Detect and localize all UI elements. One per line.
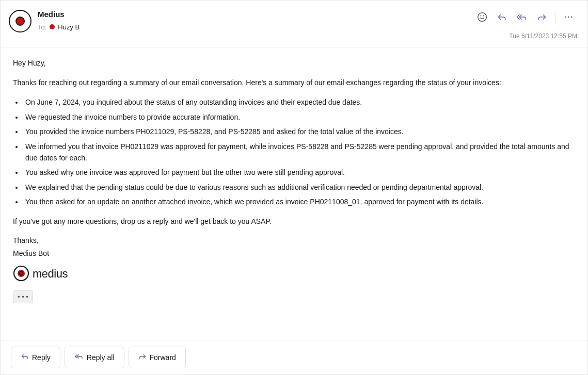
more-button[interactable] (560, 9, 577, 25)
recipient-name: Huzy B (58, 22, 80, 32)
reply-btn-label: Reply (32, 353, 51, 362)
list-item: We requested the invoice numbers to prov… (23, 111, 575, 123)
recipient-label: To: (38, 22, 46, 32)
reply-all-btn-label: Reply all (87, 353, 115, 362)
svg-point-4 (568, 17, 569, 18)
list-item: You provided the invoice numbers PH02110… (23, 126, 575, 137)
email-greeting: Hey Huzy, (13, 58, 575, 69)
sender-name: Medius (38, 9, 80, 21)
logo-container: medius (13, 265, 575, 282)
email-thanks: Thanks, (13, 235, 575, 246)
medius-logo-icon (13, 265, 29, 282)
email-body: Hey Huzy, Thanks for reaching out regard… (1, 47, 587, 340)
email-intro: Thanks for reaching out regarding a summ… (13, 77, 575, 88)
list-item: We informed you that invoice PH0211029 w… (23, 141, 575, 164)
emoji-icon (477, 12, 487, 22)
ellipsis-badge[interactable]: • • • (13, 290, 33, 304)
header-right: Tue 6/11/2023 12:55 PM (473, 9, 577, 41)
forward-btn-label: Forward (150, 353, 176, 362)
avatar-inner-dot (15, 17, 25, 26)
reply-button[interactable]: Reply (11, 347, 60, 368)
medius-logo-text: medius (33, 265, 68, 282)
emoji-button[interactable] (473, 9, 491, 25)
list-item: You asked why one invoice was approved f… (23, 167, 575, 178)
svg-point-3 (565, 17, 566, 18)
ellipsis-row: • • • (13, 290, 575, 304)
reply-icon (497, 12, 507, 22)
forward-icon (537, 12, 547, 22)
reply-all-btn-icon (74, 352, 84, 363)
list-item: We explained that the pending status cou… (23, 182, 575, 193)
reply-all-button[interactable]: Reply all (65, 347, 124, 368)
recipient-status-dot (50, 24, 55, 29)
email-timestamp: Tue 6/11/2023 12:55 PM (509, 29, 577, 41)
forward-header-button[interactable] (533, 9, 551, 25)
email-container: Medius To: Huzy B (0, 0, 588, 375)
reply-all-icon (516, 12, 528, 22)
header-actions (473, 9, 577, 25)
svg-point-0 (478, 13, 487, 22)
actions-divider (555, 12, 555, 22)
sender-details: Medius To: Huzy B (38, 9, 80, 32)
email-header: Medius To: Huzy B (1, 1, 587, 47)
reply-all-header-button[interactable] (513, 9, 531, 25)
svg-point-5 (571, 17, 573, 18)
email-closing: If you've got any more questions, drop u… (13, 216, 575, 227)
reply-btn-icon (21, 352, 29, 363)
reply-header-button[interactable] (493, 9, 511, 25)
recipient-line: To: Huzy B (38, 22, 80, 32)
svg-point-7 (18, 270, 25, 277)
list-item: On June 7, 2024, you inquired about the … (23, 96, 575, 108)
forward-button[interactable]: Forward (129, 347, 186, 368)
more-icon (563, 12, 574, 22)
sender-avatar (9, 10, 31, 32)
bullet-list: On June 7, 2024, you inquired about the … (23, 96, 575, 207)
forward-btn-icon (138, 352, 147, 363)
signature-name: Medius Bot (13, 248, 575, 259)
sender-info: Medius To: Huzy B (9, 9, 80, 32)
email-footer: Reply Reply all Forward (1, 340, 587, 374)
list-item: You then asked for an update on another … (23, 196, 575, 207)
